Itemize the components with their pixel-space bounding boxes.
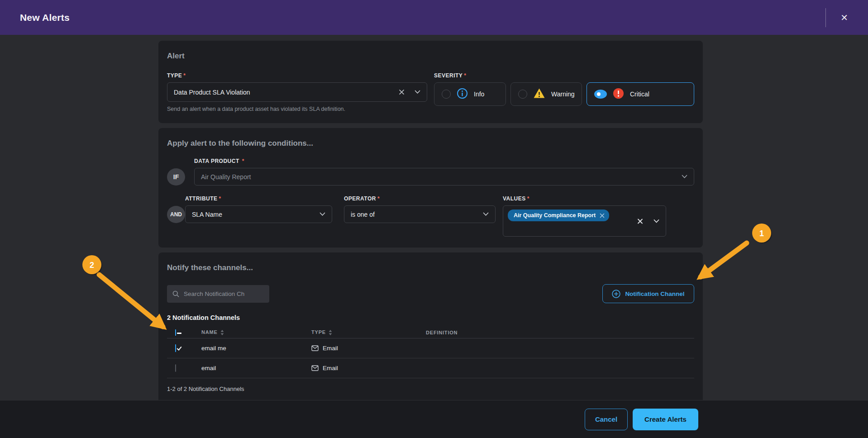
cancel-button[interactable]: Cancel bbox=[585, 409, 628, 430]
radio-unselected bbox=[518, 90, 527, 99]
radio-selected bbox=[594, 90, 607, 99]
row-checkbox-email-me[interactable] bbox=[175, 344, 176, 352]
chevron-down-icon[interactable] bbox=[483, 212, 489, 216]
data-product-select[interactable]: Air Quality Report bbox=[194, 168, 694, 186]
channel-name: email bbox=[201, 365, 311, 371]
clear-icon[interactable] bbox=[399, 89, 405, 95]
table-header-row: NAME TYPE DEFINITION bbox=[167, 327, 694, 338]
header-divider bbox=[825, 8, 826, 27]
modal-header: New Alerts ✕ bbox=[0, 0, 868, 35]
channel-type: Email bbox=[323, 365, 338, 371]
data-product-label: DATA PRODUCT* bbox=[194, 158, 694, 164]
operator-label: OPERATOR* bbox=[344, 195, 496, 202]
notify-section: Notify these channels... Notification Ch… bbox=[158, 252, 703, 403]
info-circle-icon bbox=[457, 88, 468, 101]
severity-critical-label: Critical bbox=[630, 90, 649, 98]
conditions-heading: Apply alert to the following conditions.… bbox=[167, 139, 694, 148]
notification-channel-button[interactable]: Notification Channel bbox=[602, 284, 694, 303]
attribute-value: SLA Name bbox=[192, 211, 310, 218]
value-chip: Air Quality Compliance Report bbox=[508, 209, 609, 221]
chip-remove-icon[interactable] bbox=[600, 213, 605, 218]
table-row[interactable]: email me Email bbox=[167, 338, 694, 358]
channels-table: NAME TYPE DEFINITION email me Email bbox=[167, 327, 694, 378]
values-label: VALUES* bbox=[503, 195, 666, 202]
new-alerts-modal: New Alerts ✕ Alert TYPE* Data Product SL… bbox=[0, 0, 868, 438]
column-header-definition: DEFINITION bbox=[426, 330, 694, 335]
clear-icon[interactable] bbox=[637, 218, 643, 224]
chevron-down-icon[interactable] bbox=[682, 175, 687, 179]
and-badge: AND bbox=[167, 206, 185, 223]
email-icon bbox=[311, 365, 319, 371]
column-header-name[interactable]: NAME bbox=[201, 329, 311, 335]
sort-icon bbox=[220, 330, 224, 335]
alert-type-select[interactable]: Data Product SLA Violation bbox=[167, 82, 427, 102]
notification-channel-button-label: Notification Channel bbox=[625, 290, 684, 297]
severity-option-critical[interactable]: Critical bbox=[587, 82, 694, 106]
close-icon[interactable]: ✕ bbox=[838, 11, 851, 24]
sort-icon bbox=[329, 330, 332, 335]
attribute-select[interactable]: SLA Name bbox=[185, 205, 332, 223]
table-row[interactable]: email Email bbox=[167, 358, 694, 378]
modal-body: Alert TYPE* Data Product SLA Violation bbox=[0, 35, 868, 400]
search-icon bbox=[172, 290, 179, 297]
warning-triangle-icon bbox=[533, 88, 545, 100]
alert-section-heading: Alert bbox=[167, 52, 694, 61]
chevron-down-icon[interactable] bbox=[320, 212, 325, 216]
alert-section: Alert TYPE* Data Product SLA Violation bbox=[158, 41, 703, 123]
email-icon bbox=[311, 345, 319, 351]
channel-name: email me bbox=[201, 345, 311, 352]
data-product-value: Air Quality Report bbox=[201, 173, 672, 181]
channel-count: 2 Notification Channels bbox=[167, 314, 694, 321]
chevron-down-icon[interactable] bbox=[415, 90, 420, 94]
alert-type-value: Data Product SLA Violation bbox=[174, 89, 389, 96]
modal-footer: Cancel Create Alerts bbox=[0, 400, 868, 438]
if-badge: IF bbox=[167, 168, 185, 186]
severity-info-label: Info bbox=[474, 90, 484, 98]
channel-type: Email bbox=[323, 345, 338, 352]
critical-circle-icon bbox=[613, 88, 624, 101]
operator-select[interactable]: is one of bbox=[344, 205, 496, 223]
create-alerts-button[interactable]: Create Alerts bbox=[633, 409, 698, 430]
search-input[interactable] bbox=[184, 290, 261, 297]
values-multiselect[interactable]: Air Quality Compliance Report bbox=[503, 205, 666, 237]
operator-value: is one of bbox=[351, 211, 473, 218]
notification-search[interactable] bbox=[167, 285, 269, 303]
chevron-down-icon[interactable] bbox=[653, 219, 659, 223]
select-all-checkbox[interactable] bbox=[175, 329, 176, 336]
severity-option-warning[interactable]: Warning bbox=[510, 82, 582, 106]
pagination-text: 1-2 of 2 Notification Channels bbox=[167, 386, 694, 392]
notify-heading: Notify these channels... bbox=[167, 263, 694, 272]
alert-type-help: Send an alert when a data product asset … bbox=[167, 106, 427, 112]
radio-unselected bbox=[442, 90, 451, 99]
severity-label: SEVERITY* bbox=[434, 72, 694, 79]
column-header-type[interactable]: TYPE bbox=[311, 329, 426, 335]
severity-warning-label: Warning bbox=[551, 90, 575, 98]
severity-options: Info Warning bbox=[434, 82, 694, 106]
value-chip-label: Air Quality Compliance Report bbox=[514, 212, 596, 219]
row-checkbox-email[interactable] bbox=[175, 364, 176, 372]
plus-circle-icon bbox=[612, 290, 620, 298]
attribute-label: ATTRIBUTE* bbox=[185, 195, 332, 202]
conditions-section: Apply alert to the following conditions.… bbox=[158, 128, 703, 248]
modal-title: New Alerts bbox=[20, 12, 70, 23]
severity-option-info[interactable]: Info bbox=[434, 82, 506, 106]
type-label: TYPE* bbox=[167, 72, 427, 79]
